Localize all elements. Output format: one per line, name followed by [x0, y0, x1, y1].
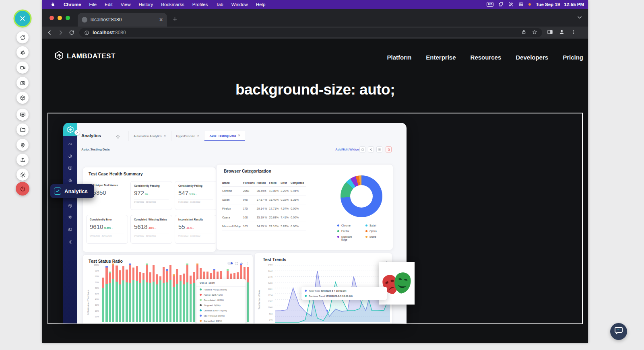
- side-panel-icon[interactable]: [547, 29, 553, 37]
- chart-toggle-switch[interactable]: [227, 262, 233, 265]
- stacked-bar: [142, 273, 144, 322]
- fullscreen-button[interactable]: [359, 146, 365, 152]
- bookmark-star-icon[interactable]: [532, 29, 537, 36]
- pencil-slash-icon[interactable]: [508, 2, 514, 8]
- screenshot-button[interactable]: [17, 77, 29, 89]
- new-tab-button[interactable]: [172, 16, 178, 24]
- profile-avatar-icon[interactable]: [559, 29, 565, 37]
- tab-close-icon[interactable]: ✕: [238, 134, 240, 137]
- video-button[interactable]: [17, 62, 29, 74]
- menu-bookmarks[interactable]: Bookmarks: [157, 2, 188, 7]
- tab-close-icon[interactable]: ✕: [164, 134, 166, 138]
- collection-icon[interactable]: [63, 224, 77, 234]
- legend-item[interactable]: Safari: [365, 224, 377, 227]
- status-tooltip: Oct 10 -12:00 Passed: 467(93.59%)Failed:…: [196, 279, 246, 323]
- menu-history[interactable]: History: [135, 2, 157, 7]
- menu-profiles[interactable]: Profiles: [188, 2, 212, 7]
- menu-file[interactable]: File: [85, 2, 101, 7]
- menu-tab[interactable]: Tab: [212, 2, 227, 7]
- analytics-tooltip-label: Analytics: [64, 188, 88, 194]
- dash-tab-automation-analytics[interactable]: Automation Analytics✕: [128, 131, 171, 141]
- legend-item[interactable]: Microsoft Edge: [337, 235, 357, 241]
- package-icon[interactable]: [63, 201, 77, 210]
- tab-search-chevron-icon[interactable]: [577, 14, 582, 22]
- menu-chrome[interactable]: Chrome: [60, 2, 85, 7]
- lambdatest-logo[interactable]: LAMBDATEST: [54, 51, 116, 62]
- stacked-bar: [109, 272, 111, 322]
- column-header: Error: [281, 180, 291, 187]
- donut-hole: [350, 185, 373, 208]
- nav-pricing[interactable]: Pricing: [563, 54, 583, 61]
- add-edit-widget-link[interactable]: Add/Edit Widget: [335, 148, 360, 151]
- address-bar[interactable]: localhost:8080: [79, 28, 542, 37]
- legend-item[interactable]: Chrome: [337, 224, 357, 227]
- y-tick: 80%: [90, 275, 99, 278]
- share-icon[interactable]: [521, 29, 526, 36]
- sync-button[interactable]: [17, 31, 29, 43]
- zoom-window-button[interactable]: [66, 16, 70, 20]
- url-port: :8080: [114, 30, 126, 35]
- legend-item[interactable]: Opera: [365, 230, 377, 233]
- nav-enterprise[interactable]: Enterprise: [426, 54, 456, 61]
- legend-item[interactable]: Firefox: [337, 230, 357, 233]
- nav-resources[interactable]: Resources: [471, 54, 502, 61]
- page-title: background-size: auto;: [42, 81, 588, 98]
- delete-widget-button[interactable]: [386, 146, 392, 152]
- y-tick: 2081: [264, 288, 272, 290]
- minimize-window-button[interactable]: [58, 16, 62, 20]
- donut-legend-col2: SafariOperaBrave: [365, 224, 377, 238]
- nav-platform[interactable]: Platform: [387, 54, 412, 61]
- legend-item[interactable]: Brave: [365, 235, 377, 238]
- share-widget-button[interactable]: [368, 146, 374, 152]
- control-center-icon[interactable]: [518, 2, 524, 8]
- location-button[interactable]: [17, 139, 29, 151]
- apple-menu-icon[interactable]: [46, 2, 60, 8]
- upload-button[interactable]: [17, 154, 29, 166]
- clock-icon[interactable]: [63, 151, 77, 161]
- dash-tab-hyperexecute[interactable]: HyperExecute✕: [171, 131, 204, 141]
- browser-categorization-title: Browser Categorization: [224, 169, 271, 173]
- trends-tooltip: Total Tests 690(2022-8-4 18:00:00)Previo…: [301, 287, 387, 300]
- browser-menu-icon[interactable]: [570, 29, 576, 37]
- keyboard-layout-badge[interactable]: US: [487, 2, 493, 7]
- stacked-bar: [169, 265, 171, 322]
- folder-button[interactable]: [17, 124, 29, 136]
- close-window-button[interactable]: [50, 16, 54, 20]
- tooltip-entry: Cancelled: 0(0%): [196, 318, 246, 323]
- tab-close-icon[interactable]: ✕: [197, 134, 200, 138]
- test-trends-card: Test Trends Total Number of Tests 346931…: [254, 253, 392, 323]
- power-button[interactable]: [16, 182, 29, 196]
- site-info-icon[interactable]: [84, 30, 89, 35]
- menu-edit[interactable]: Edit: [101, 2, 117, 7]
- sidebar-expand-icon[interactable]: [74, 130, 80, 135]
- home-icon[interactable]: [116, 133, 120, 140]
- nav-developers[interactable]: Developers: [516, 54, 548, 61]
- back-button[interactable]: [46, 29, 53, 36]
- robot-icon[interactable]: [63, 175, 77, 185]
- dash-tab-auto-testing-data[interactable]: Auto_Testing Data✕: [204, 131, 245, 141]
- y-tick: 90%: [90, 270, 99, 272]
- y-tick: 1734: [264, 294, 272, 296]
- chat-widget-button[interactable]: [610, 323, 627, 340]
- bug-button[interactable]: [17, 46, 29, 58]
- widget-settings-button[interactable]: [376, 146, 382, 152]
- menubar-clock[interactable]: Tue Sep 1912:55 PM: [536, 2, 584, 7]
- browser-tab[interactable]: localhost:8080 ✕: [78, 13, 167, 27]
- bug-icon[interactable]: [63, 212, 77, 222]
- gear-icon[interactable]: [63, 237, 77, 247]
- forward-button[interactable]: [58, 29, 64, 36]
- close-button[interactable]: [15, 11, 30, 26]
- gear-button[interactable]: [17, 169, 29, 181]
- tab-close-icon[interactable]: ✕: [159, 17, 163, 23]
- package-button[interactable]: [17, 92, 29, 104]
- window-stack-icon[interactable]: [498, 2, 504, 8]
- health-summary-card: Test Case Health Summary # of Unique Tes…: [83, 167, 216, 252]
- speedometer-icon[interactable]: [63, 139, 77, 149]
- monitor-icon[interactable]: [63, 163, 77, 173]
- menu-view[interactable]: View: [117, 2, 135, 7]
- reload-button[interactable]: [69, 30, 74, 35]
- menu-window[interactable]: Window: [227, 2, 252, 7]
- monitor-button[interactable]: [17, 109, 29, 121]
- kpi-card: Consistently Failing 54752.7% ↑ 04/01/20…: [175, 181, 217, 210]
- menu-help[interactable]: Help: [252, 2, 270, 7]
